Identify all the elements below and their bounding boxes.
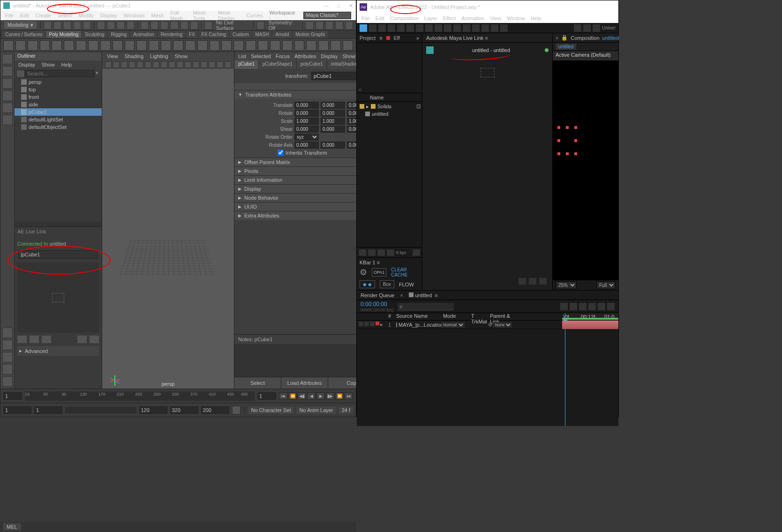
shear-x[interactable] (294, 126, 319, 133)
snap-curve-icon[interactable] (150, 21, 158, 30)
lock-icon[interactable] (370, 322, 375, 326)
vp-2d-pan-icon[interactable] (137, 61, 143, 68)
transform-handles[interactable] (557, 126, 576, 154)
shelf-fxcache[interactable]: FX Caching (199, 31, 229, 38)
shelf-sweep-icon[interactable] (210, 40, 220, 51)
vp-menu-show[interactable]: Show (175, 53, 188, 59)
vp-xray-icon[interactable] (225, 61, 231, 68)
shelf-svg-icon[interactable] (197, 40, 208, 51)
workspace-dropdown[interactable]: Maya Classic* (303, 12, 351, 19)
search-dropdown-icon[interactable]: ▾ (94, 70, 100, 77)
sec-extra[interactable]: ▶Extra Attributes (234, 211, 375, 220)
shelf-fx[interactable]: FX (186, 31, 198, 38)
attr-menu-selected[interactable]: Selected (251, 53, 271, 59)
shelf-disc-icon[interactable] (76, 40, 86, 51)
ae-rotate-tool-icon[interactable] (406, 24, 414, 32)
minimize-button[interactable]: — (323, 3, 329, 9)
outliner-menu-display[interactable]: Display (18, 62, 35, 67)
snap-plane-icon[interactable] (170, 21, 178, 30)
outliner-item-side[interactable]: side (15, 101, 102, 108)
attr-menu-attributes[interactable]: Attributes (294, 53, 316, 59)
select-mode-icon[interactable] (97, 21, 105, 30)
comp-tab-name[interactable]: untitled (602, 35, 619, 41)
time-field-start[interactable]: 1 (3, 392, 22, 400)
layer-bar[interactable] (562, 321, 618, 329)
save-scene-icon[interactable] (63, 21, 71, 30)
move-tool-icon[interactable] (2, 90, 13, 101)
ae-menu-effect[interactable]: Effect (443, 15, 456, 21)
ae-snap-align-icon[interactable] (593, 24, 600, 32)
live-surface-icon[interactable] (204, 21, 212, 30)
ae-menu-help[interactable]: Help (531, 15, 541, 21)
shelf-platonic-icon[interactable] (88, 40, 98, 51)
viewport-canvas[interactable]: persp (102, 69, 234, 389)
ae-menu-window[interactable]: Window (507, 15, 525, 21)
solo-icon[interactable] (364, 322, 369, 326)
shelf-torus-icon[interactable] (52, 40, 62, 51)
layout-2h-icon[interactable] (2, 364, 13, 375)
rotate-axis-y[interactable] (321, 142, 345, 149)
ae-effects-tab[interactable]: Eff (394, 35, 400, 41)
ae-zoom-tool-icon[interactable] (388, 24, 395, 32)
range-bar[interactable] (65, 407, 136, 413)
shelf-rigging[interactable]: Rigging (108, 31, 129, 38)
bpc8-icon[interactable] (368, 249, 376, 256)
ae-tl-tracks[interactable]: )0f 00:12f 01:0 (562, 313, 618, 426)
ae-menu-view[interactable]: View (490, 15, 501, 21)
kbar-opa-button[interactable]: OPA1 (372, 268, 386, 277)
open-scene-icon[interactable] (53, 21, 61, 30)
layout-outliner-icon[interactable] (2, 376, 13, 387)
vp-isolate-icon[interactable] (217, 61, 223, 68)
render-settings-icon[interactable] (325, 21, 333, 30)
shelf-retopo-icon[interactable] (294, 40, 305, 51)
folder-new-icon[interactable] (377, 249, 385, 256)
attr-select-button[interactable]: Select (234, 377, 281, 389)
autokey-icon[interactable] (232, 406, 241, 414)
maximize-button[interactable]: □ (337, 3, 340, 9)
panel-expand-icon[interactable]: » (416, 35, 419, 41)
ae-clone-tool-icon[interactable] (472, 24, 480, 32)
layer-name[interactable]: MAYA_|p...Location (399, 322, 443, 328)
shelf-extract-icon[interactable] (246, 40, 256, 51)
maya-titlebar[interactable]: untitled* - Autodesk MAYA 2022: untitled… (0, 0, 356, 11)
sec-pivots[interactable]: ▶Pivots (234, 167, 375, 175)
outliner-item-front[interactable]: front (15, 93, 102, 101)
ae-project-tab[interactable]: Project (360, 35, 376, 41)
shelf-helix-icon[interactable] (136, 40, 147, 51)
attr-show-btn[interactable]: Show (234, 83, 375, 90)
shelf-mograph[interactable]: Motion Graphi (293, 31, 328, 38)
shelf-cone-icon[interactable] (40, 40, 50, 51)
ae-project-tree[interactable]: ▸Solids⚃ untitled (357, 102, 422, 119)
attr-tab-shape[interactable]: pCubeShape1 (259, 60, 297, 69)
menu-mesh-tools[interactable]: Mesh Tools (193, 10, 211, 21)
col-mode[interactable]: Mode (441, 313, 469, 320)
shelf-plane-icon[interactable] (64, 40, 74, 51)
scale-x[interactable] (294, 118, 319, 125)
shelf-curves[interactable]: Curves / Surfaces (2, 31, 45, 38)
shelf-remesh-icon[interactable] (318, 40, 329, 51)
ae-ll-newcomp-icon[interactable] (519, 278, 526, 285)
snap-live-icon[interactable] (180, 21, 188, 30)
tl-comp-tab[interactable]: untitled ≡ (409, 292, 438, 298)
ae-home-icon[interactable] (360, 24, 367, 32)
project-item-solids[interactable]: ▸Solids⚃ (358, 103, 421, 110)
ae-menu-file[interactable]: File (361, 15, 370, 21)
vp-menu-shading[interactable]: Shading (125, 53, 143, 59)
select-mode3-icon[interactable] (117, 21, 125, 30)
ae-pen-tool-icon[interactable] (444, 24, 451, 32)
attr-menu-list[interactable]: List (238, 53, 246, 59)
symmetry-icon[interactable] (256, 21, 264, 30)
snap-point-icon[interactable] (160, 21, 168, 30)
lasso-tool-icon[interactable] (2, 66, 13, 76)
ae-orbit-tool-icon[interactable] (397, 24, 405, 32)
col-trkmat[interactable]: T TrkMat (469, 313, 488, 320)
ae-comp-viewer[interactable] (553, 60, 618, 280)
vp-shaded-icon[interactable] (185, 61, 191, 68)
outliner-item-pcube1[interactable]: pCube1 (15, 108, 102, 116)
shelf-boolean-icon[interactable] (258, 40, 268, 51)
tl-mb-icon[interactable] (588, 303, 596, 310)
outliner-item-objectset[interactable]: defaultObjectSet (15, 123, 102, 131)
comp-new-icon[interactable] (387, 249, 394, 256)
panel-layout-icon[interactable] (335, 21, 343, 30)
shear-y[interactable] (321, 126, 345, 133)
